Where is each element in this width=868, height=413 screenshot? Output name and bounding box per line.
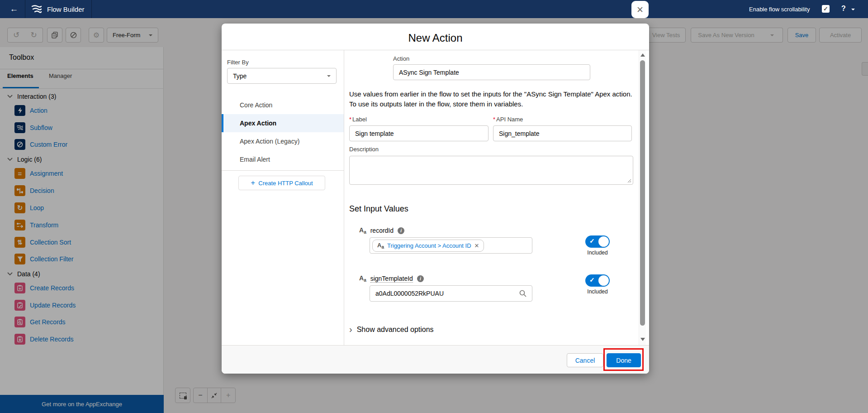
cancel-label: Cancel xyxy=(575,357,595,364)
label-text: API Name xyxy=(496,116,523,123)
divider xyxy=(222,170,344,171)
action-field[interactable]: ASync Sign Template xyxy=(393,64,590,80)
text-type-icon xyxy=(359,226,366,235)
divider xyxy=(222,50,649,50)
scrollability-checkbox[interactable] xyxy=(822,5,830,13)
recordid-param-header: recordId xyxy=(359,226,404,235)
api-name-field-value: Sign_template xyxy=(499,130,540,137)
label-field-label: *Label xyxy=(349,116,367,123)
signtemplateid-field[interactable]: a0AdL0000052RkPUAU xyxy=(370,285,532,302)
text-type-icon xyxy=(359,274,366,283)
scrollability-label: Enable flow scrollability xyxy=(749,6,810,13)
signtemplateid-value: a0AdL0000052RkPUAU xyxy=(375,290,444,297)
signtemplateid-param-header: signTemplateId xyxy=(359,274,424,283)
text-type-icon xyxy=(377,242,384,250)
nav-item-label: Email Alert xyxy=(240,156,270,163)
recordid-value-pill[interactable]: Triggering Account > Account ID xyxy=(372,240,484,252)
chevron-down-icon xyxy=(327,75,331,77)
nav-item-email-alert[interactable]: Email Alert xyxy=(222,150,344,168)
create-http-callout-button[interactable]: Create HTTP Callout xyxy=(238,176,325,190)
search-icon[interactable] xyxy=(519,290,526,297)
flow-builder-logo-icon xyxy=(31,5,42,15)
label-field-value: Sign template xyxy=(355,130,394,137)
param-name: recordId xyxy=(370,227,394,234)
help-icon[interactable]: ? xyxy=(841,5,846,13)
cancel-button[interactable]: Cancel xyxy=(567,353,603,367)
filter-type-dropdown[interactable]: Type xyxy=(227,68,337,84)
modal-title: New Action xyxy=(222,32,649,44)
show-advanced-label: Show advanced options xyxy=(357,326,434,334)
new-action-modal: New Action Filter By Type Core Action Ap… xyxy=(222,24,649,374)
filter-by-label: Filter By xyxy=(227,59,249,66)
required-marker: * xyxy=(349,116,351,123)
signtemplateid-included-label: Included xyxy=(585,288,610,295)
create-http-callout-label: Create HTTP Callout xyxy=(258,180,313,187)
header-divider-2 xyxy=(91,0,92,18)
intro-text: Use values from earlier in the flow to s… xyxy=(349,89,636,109)
scroll-up-arrow[interactable] xyxy=(640,53,645,57)
modal-footer: Cancel Done xyxy=(222,345,649,374)
required-marker: * xyxy=(493,116,495,123)
scrollbar-thumb[interactable] xyxy=(640,60,645,326)
api-name-field-label: *API Name xyxy=(493,116,523,123)
nav-item-label: Core Action xyxy=(240,101,272,109)
nav-item-label: Apex Action (Legacy) xyxy=(240,138,299,145)
set-input-values-title: Set Input Values xyxy=(349,204,408,214)
info-icon[interactable] xyxy=(417,275,424,282)
action-field-label: Action xyxy=(393,55,409,62)
back-arrow-icon xyxy=(10,4,19,14)
resize-handle-icon[interactable] xyxy=(627,179,631,183)
plus-icon xyxy=(251,178,255,187)
app-title: Flow Builder xyxy=(47,5,85,13)
header-divider xyxy=(25,0,25,18)
nav-item-apex-action[interactable]: Apex Action xyxy=(222,114,344,132)
show-advanced-options-toggle[interactable]: Show advanced options xyxy=(349,324,434,335)
app-header: Flow Builder Enable flow scrollability ? xyxy=(0,0,868,18)
chevron-right-icon xyxy=(349,324,352,335)
pill-label: Triggering Account > Account ID xyxy=(387,242,471,249)
recordid-included-label: Included xyxy=(585,250,610,256)
done-label: Done xyxy=(616,357,631,364)
remove-pill-icon[interactable] xyxy=(474,242,479,249)
help-caret-icon[interactable] xyxy=(851,9,855,10)
done-button[interactable]: Done xyxy=(607,353,641,367)
action-field-value: ASync Sign Template xyxy=(399,69,459,76)
signtemplateid-included-toggle[interactable] xyxy=(585,274,610,287)
label-field[interactable]: Sign template xyxy=(349,125,489,141)
divider xyxy=(344,50,344,345)
back-button[interactable] xyxy=(4,0,24,18)
filter-type-value: Type xyxy=(233,72,247,80)
description-field[interactable] xyxy=(349,156,633,185)
description-field-label: Description xyxy=(349,146,379,153)
modal-close-button[interactable] xyxy=(631,1,649,18)
info-icon[interactable] xyxy=(398,227,404,234)
nav-item-label: Apex Action xyxy=(240,120,276,127)
recordid-field[interactable]: Triggering Account > Account ID xyxy=(370,237,532,254)
flow-builder-screen: Flow Builder Enable flow scrollability ?… xyxy=(0,0,868,413)
api-name-field[interactable]: Sign_template xyxy=(493,125,632,141)
nav-item-apex-action-legacy[interactable]: Apex Action (Legacy) xyxy=(222,132,344,150)
scroll-down-arrow[interactable] xyxy=(640,338,645,341)
nav-item-core-action[interactable]: Core Action xyxy=(222,96,344,114)
recordid-included-toggle[interactable] xyxy=(585,235,610,248)
param-name: signTemplateId xyxy=(370,275,413,283)
close-icon xyxy=(636,5,644,15)
label-text: Label xyxy=(352,116,367,123)
